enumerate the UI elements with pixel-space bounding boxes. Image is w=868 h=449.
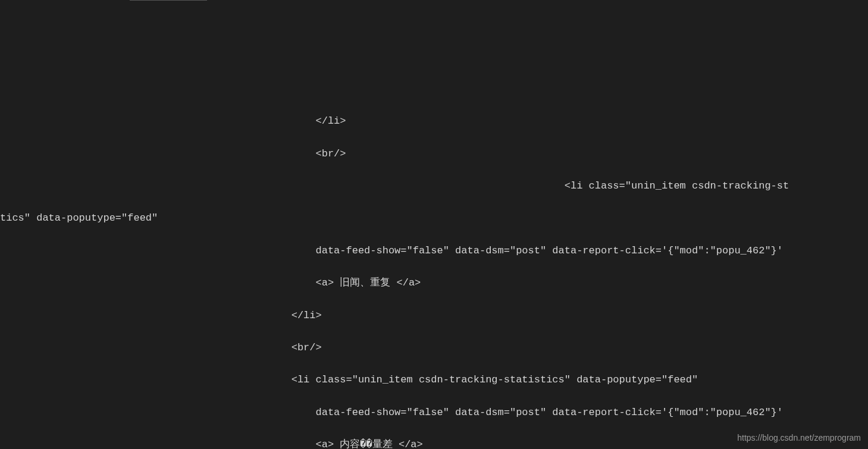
code-line: data-feed-show="false" data-dsm="post" d…: [0, 404, 868, 420]
code-block: </li> <br/> <li class="unin_item csdn-tr…: [0, 97, 868, 449]
code-line: </li>: [0, 113, 868, 129]
code-line: <br/>: [0, 340, 868, 356]
code-line: <li class="unin_item csdn-tracking-st: [0, 178, 868, 194]
separator-line: [130, 0, 207, 1]
code-line: </li>: [0, 307, 868, 324]
code-line: tics" data-poputype="feed": [0, 210, 868, 226]
watermark-url: https://blog.csdn.net/zemprogram: [737, 431, 861, 444]
code-line: <br/>: [0, 146, 868, 162]
code-line: data-feed-show="false" data-dsm="post" d…: [0, 243, 868, 259]
code-line: <a> 旧闻、重复 </a>: [0, 275, 868, 291]
code-line: <li class="unin_item csdn-tracking-stati…: [0, 372, 868, 388]
